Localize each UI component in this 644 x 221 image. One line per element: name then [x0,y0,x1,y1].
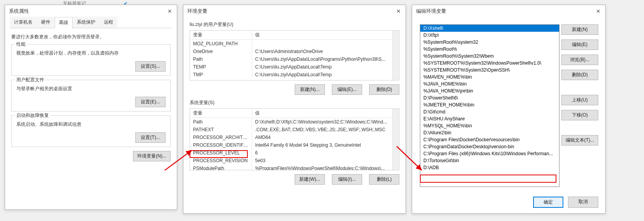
list-item[interactable]: %SystemRoot%\System32\Wbem [420,53,559,60]
table-row[interactable]: TMPC:\Users\liu.ziyi\AppData\Local\Temp [190,71,399,79]
user-delete-button[interactable]: 删除(D) [369,84,399,95]
tab-1[interactable]: 硬件 [37,17,55,28]
table-row[interactable]: PROCESSOR_IDENTIFIERIntel64 Family 6 Mod… [190,141,399,149]
sys-new-button[interactable]: 新建(W)... [295,174,325,185]
table-row[interactable]: TEMPC:\Users\liu.ziyi\AppData\Local\Temp [190,63,399,71]
path-list[interactable]: D:\Xshell\D:\Xftp\%SystemRoot%\system32%… [420,24,559,187]
titlebar: 系统属性 ✕ [5,5,177,17]
sys-edit-button[interactable]: 编辑(I)... [332,174,362,185]
side-buttons: 新建(N) 编辑(E) 浏览(B)... 删除(D) 上移(U) 下移(O) 编… [561,24,598,146]
sys-vars-table[interactable]: 变量 值 PathD:\Xshell\;D:\Xftp\;C:\Windows\… [190,108,399,170]
cell-val: C:\Users\Administrator\OneDrive [252,48,399,55]
group-title: 启动和故障恢复 [15,112,50,119]
list-item[interactable]: D:\PowerShell\6\ [420,94,559,101]
list-item[interactable]: %SYSTEMROOT%\System32\OpenSSH\ [420,67,559,74]
list-item[interactable]: C:\Program Files\Docker\Docker\resources… [420,136,559,143]
list-item[interactable]: C:\ProgramData\DockerDesktop\version-bin [420,143,559,150]
sys-delete-button[interactable]: 删除(L) [369,174,399,185]
table-row[interactable]: PATHEXT.COM;.EXE;.BAT;.CMD;.VBS;.VBE;.JS… [190,126,399,134]
perf-settings-button[interactable]: 设置(S)... [135,61,166,72]
list-item[interactable]: D:\Xshell\ [420,25,559,32]
cell-val: C:\Users\liu.ziyi\AppData\Local\Programs… [252,55,399,63]
cell-var: Path [190,55,252,63]
tabs: 计算机名硬件高级系统保护远程 [10,17,172,28]
new-button[interactable]: 新建(N) [561,24,598,35]
env-vars-dialog: 环境变量 ✕ liu.ziyi 的用户变量(U) 变量 值 MOZ_PLUGIN… [183,5,406,214]
browse-button[interactable]: 浏览(B)... [561,55,598,65]
table-row[interactable]: PROCESSOR_LEVEL6 [190,149,399,157]
cell-val: 6 [252,149,399,157]
cell-var: TMP [190,71,252,79]
env-vars-button[interactable]: 环境变量(N)... [133,151,171,161]
cancel-button[interactable]: 取消 [568,197,598,208]
list-item[interactable]: %SYSTEMROOT%\System32\WindowsPowerShell\… [420,60,559,67]
close-icon[interactable]: ✕ [594,7,602,15]
cell-var: PROCESSOR_LEVEL [190,149,252,157]
user-new-button[interactable]: 新建(N)... [295,84,325,95]
edit-button[interactable]: 编辑(E) [561,39,598,50]
list-item[interactable]: %SystemRoot%\system32 [420,39,559,46]
group-desc: 系统启动、系统故障和调试信息 [16,121,166,128]
col-var[interactable]: 变量 [190,31,252,39]
list-item[interactable]: D:\Allure2\bin [420,129,559,136]
ok-button[interactable]: 确定 [533,197,563,208]
close-icon[interactable]: ✕ [395,7,402,15]
table-row[interactable]: PROCESSOR_ARCHITECT...AMD64 [190,134,399,141]
cell-val: Intel64 Family 6 Model 94 Stepping 3, Ge… [252,141,399,149]
col-var[interactable]: 变量 [190,109,252,118]
tab-3[interactable]: 系统保护 [73,17,100,28]
list-item[interactable]: %JMETER_HOME%\bin [420,101,559,108]
move-down-button[interactable]: 下移(O) [561,110,598,120]
startup-settings-button[interactable]: 设置(T)... [135,132,166,143]
table-row[interactable]: PROCESSOR_REVISION5e03 [190,157,399,164]
tab-0[interactable]: 计算机名 [10,17,37,28]
list-item[interactable]: C:\Program Files (x86)\Windows Kits\10\W… [420,150,559,157]
list-item[interactable]: %JAVA_HOME%\bin [420,81,559,87]
user-vars-section: liu.ziyi 的用户变量(U) 变量 值 MOZ_PLUGIN_PATHOn… [190,21,399,95]
list-item[interactable]: D:\Xftp\ [420,32,559,39]
list-item[interactable]: %SystemRoot% [420,46,559,53]
dialog-title: 系统属性 [9,8,29,15]
list-item[interactable]: %MAVEN_HOME%\bin [420,74,559,81]
table-row[interactable]: PathD:\Xshell\;D:\Xftp\;C:\Windows\syste… [190,118,399,126]
cell-var: PROCESSOR_ARCHITECT... [190,134,252,141]
table-row[interactable]: OneDriveC:\Users\Administrator\OneDrive [190,48,399,55]
tab-content: 要进行大多数更改，你必须作为管理员登录。 性能 视觉效果，处理器计划，内存使用，… [5,28,177,165]
tab-2[interactable]: 高级 [55,17,73,28]
cell-val [252,40,399,48]
user-vars-table[interactable]: 变量 值 MOZ_PLUGIN_PATHOneDriveC:\Users\Adm… [190,30,399,81]
list-item[interactable]: %MYSQL_HOME%\bin [420,122,559,129]
col-val[interactable]: 值 [252,31,399,39]
group-desc: 与登录帐户相关的桌面设置 [16,86,166,92]
scrollbar[interactable] [392,109,399,170]
list-item[interactable]: %JAVA_HOME%\jre\bin [420,87,559,94]
list-item[interactable]: D:\ADB [420,164,559,171]
cell-val: C:\Users\liu.ziyi\AppData\Local\Temp [252,71,399,79]
table-row[interactable]: PathC:\Users\liu.ziyi\AppData\Local\Prog… [190,55,399,63]
col-val[interactable]: 值 [252,109,399,118]
cell-var: PROCESSOR_REVISION [190,157,252,164]
delete-button[interactable]: 删除(D) [561,70,598,80]
edit-env-var-dialog: 编辑环境变量 ✕ D:\Xshell\D:\Xftp\%SystemRoot%\… [412,5,606,214]
sys-vars-section: 系统变量(S) 变量 值 PathD:\Xshell\;D:\Xftp\;C:\… [190,99,399,185]
scrollbar[interactable] [392,31,399,80]
system-properties-dialog: 系统属性 ✕ 计算机名硬件高级系统保护远程 要进行大多数更改，你必须作为管理员登… [5,5,177,210]
cell-var: Path [190,118,252,126]
cell-var: PSModulePath [190,164,252,170]
userprof-settings-button[interactable]: 设置(E)... [135,97,166,107]
cell-val: 5e03 [252,157,399,164]
tab-4[interactable]: 远程 [100,17,117,28]
close-icon[interactable]: ✕ [166,7,174,15]
table-row[interactable]: MOZ_PLUGIN_PATH [190,40,399,48]
cell-var: TEMP [190,63,252,71]
table-row[interactable]: PSModulePath%ProgramFiles%\WindowsPowerS… [190,164,399,170]
list-item[interactable]: D:\TortoiseGit\bin [420,157,559,164]
list-item[interactable]: E:\AISHU AnyShare [420,115,559,122]
cell-var: OneDrive [190,48,252,55]
list-item[interactable]: D:\Git\cmd [420,108,559,115]
edit-text-button[interactable]: 编辑文本(T)... [561,135,598,146]
ok-cancel-row: 确定 取消 [533,197,598,208]
user-edit-button[interactable]: 编辑(E)... [332,84,362,95]
move-up-button[interactable]: 上移(U) [561,95,598,105]
performance-group: 性能 视觉效果，处理器计划，内存使用，以及虚拟内存 设置(S)... [11,44,171,76]
